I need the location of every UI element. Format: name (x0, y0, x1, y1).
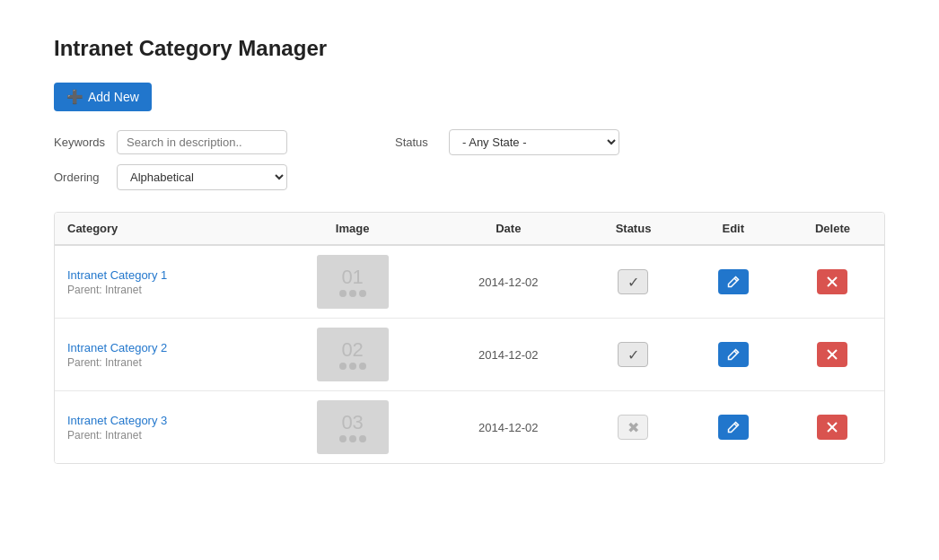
ordering-filter-group: Ordering Alphabetical Date ID Title (54, 164, 287, 190)
delete-icon-2 (827, 422, 838, 433)
header-edit: Edit (686, 213, 781, 245)
table-row: Intranet Category 3 Parent: Intranet 03 … (55, 391, 884, 464)
page-title: Intranet Category Manager (54, 36, 885, 61)
category-link-1[interactable]: Intranet Category 2 (67, 341, 257, 354)
add-new-button[interactable]: ➕ Add New (54, 83, 152, 111)
parent-text-0: Parent: Intranet (67, 284, 142, 296)
thumb-num-1: 02 (341, 340, 363, 360)
category-cell-2: Intranet Category 3 Parent: Intranet (55, 391, 269, 464)
thumb-dot-2 (349, 435, 356, 442)
image-cell-1: 02 (269, 319, 435, 391)
thumb-dot-3 (359, 363, 366, 370)
ordering-select[interactable]: Alphabetical Date ID Title (117, 164, 287, 190)
parent-text-2: Parent: Intranet (67, 429, 142, 442)
thumb-num-0: 01 (341, 267, 363, 287)
thumb-dots-1 (339, 363, 366, 370)
categories-table-container: Category Image Date Status Edit Delete I… (54, 212, 885, 464)
thumbnail-2: 03 (317, 400, 389, 454)
header-category: Category (55, 213, 269, 245)
status-button-1[interactable]: ✓ (618, 342, 648, 367)
thumb-dot-3 (359, 290, 366, 297)
ordering-label: Ordering (54, 171, 108, 184)
edit-button-2[interactable] (718, 415, 749, 440)
table-header-row: Category Image Date Status Edit Delete (55, 213, 884, 245)
page-wrapper: Intranet Category Manager ➕ Add New Keyw… (0, 0, 939, 560)
thumb-dot-2 (349, 363, 356, 370)
header-image: Image (269, 213, 435, 245)
delete-cell-2 (781, 391, 884, 464)
status-cell-1: ✓ (581, 319, 685, 391)
delete-button-0[interactable] (817, 269, 847, 294)
date-cell-1: 2014-12-02 (435, 319, 581, 391)
thumb-dot-3 (359, 435, 366, 442)
edit-icon-0 (727, 276, 740, 288)
edit-button-1[interactable] (718, 342, 749, 367)
header-date: Date (435, 213, 581, 245)
delete-cell-1 (781, 319, 884, 391)
status-button-0[interactable]: ✓ (618, 269, 648, 294)
category-cell-0: Intranet Category 1 Parent: Intranet (55, 245, 269, 319)
delete-cell-0 (781, 245, 884, 319)
edit-button-0[interactable] (718, 269, 749, 294)
thumb-num-2: 03 (341, 413, 363, 433)
edit-cell-0 (686, 245, 781, 319)
keywords-filter-group: Keywords (54, 130, 287, 154)
edit-icon-2 (727, 421, 740, 433)
filters-row-2: Ordering Alphabetical Date ID Title (54, 164, 885, 190)
keywords-input[interactable] (117, 130, 287, 154)
date-cell-2: 2014-12-02 (435, 391, 581, 464)
categories-table: Category Image Date Status Edit Delete I… (55, 213, 884, 463)
header-status: Status (581, 213, 685, 245)
edit-cell-2 (686, 391, 781, 464)
thumb-dot-1 (339, 363, 347, 370)
parent-text-1: Parent: Intranet (67, 356, 142, 369)
status-label: Status (395, 136, 440, 149)
category-link-2[interactable]: Intranet Category 3 (67, 414, 257, 427)
header-delete: Delete (781, 213, 884, 245)
image-cell-0: 01 (269, 245, 435, 319)
thumb-dot-2 (349, 290, 356, 297)
thumb-dot-1 (339, 435, 347, 442)
delete-button-1[interactable] (817, 342, 847, 367)
thumbnail-0: 01 (317, 255, 389, 309)
category-link-0[interactable]: Intranet Category 1 (67, 268, 257, 282)
date-cell-0: 2014-12-02 (435, 245, 581, 319)
delete-button-2[interactable] (817, 415, 847, 440)
edit-cell-1 (686, 319, 781, 391)
status-cell-0: ✓ (581, 245, 685, 319)
table-row: Intranet Category 2 Parent: Intranet 02 … (55, 319, 884, 391)
add-new-label: Add New (88, 90, 139, 104)
thumb-dots-0 (339, 290, 366, 297)
category-cell-1: Intranet Category 2 Parent: Intranet (55, 319, 269, 391)
status-cell-2: ✖ (581, 391, 685, 464)
edit-icon-1 (727, 348, 740, 361)
keywords-label: Keywords (54, 136, 108, 149)
delete-icon-1 (827, 349, 838, 360)
plus-icon: ➕ (66, 89, 83, 105)
thumb-dot-1 (339, 290, 347, 297)
filters-row-1: Keywords Status - Any State - Published … (54, 129, 885, 155)
image-cell-2: 03 (269, 391, 435, 464)
delete-icon-0 (827, 276, 838, 287)
table-row: Intranet Category 1 Parent: Intranet 01 … (55, 245, 884, 319)
status-filter-group: Status - Any State - Published Unpublish… (395, 129, 619, 155)
thumbnail-1: 02 (317, 328, 389, 381)
thumb-dots-2 (339, 435, 366, 442)
status-button-2[interactable]: ✖ (618, 415, 648, 440)
status-select[interactable]: - Any State - Published Unpublished Arch… (449, 129, 619, 155)
